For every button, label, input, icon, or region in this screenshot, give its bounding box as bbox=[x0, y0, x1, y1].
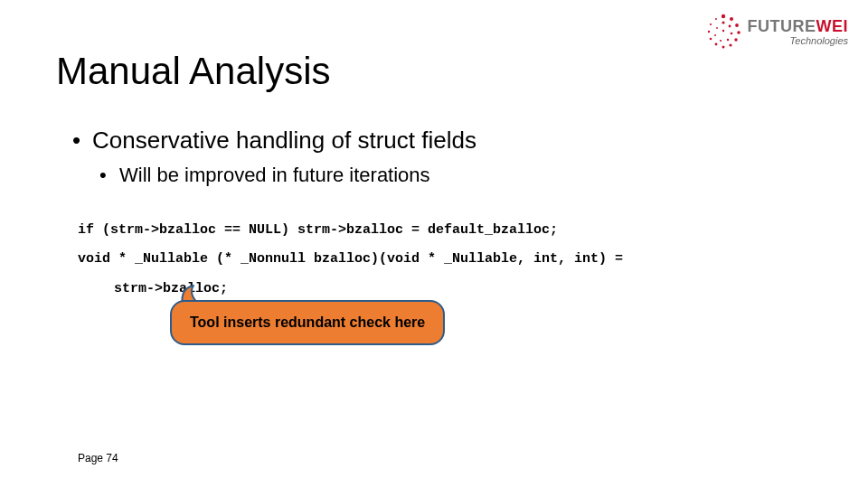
code-line: if (strm->bzalloc == NULL) strm->bzalloc… bbox=[78, 221, 623, 239]
callout-text: Tool inserts redundant check here bbox=[170, 300, 445, 345]
code-line: void * _Nullable (* _Nonnull bzalloc)(vo… bbox=[78, 250, 623, 268]
logo-word-2: WEI bbox=[816, 17, 849, 35]
svg-point-0 bbox=[721, 14, 724, 18]
page-title: Manual Analysis bbox=[56, 50, 331, 93]
svg-point-6 bbox=[722, 46, 724, 49]
bullet-level-1: Conservative handling of struct fields bbox=[72, 127, 476, 155]
logo-word-1: FUTURE bbox=[748, 17, 816, 35]
page-number: Page 74 bbox=[78, 452, 118, 465]
svg-point-19 bbox=[722, 30, 723, 32]
svg-point-10 bbox=[709, 23, 711, 25]
svg-point-15 bbox=[726, 39, 728, 41]
svg-point-4 bbox=[734, 38, 737, 41]
svg-point-3 bbox=[737, 31, 741, 34]
svg-point-9 bbox=[707, 31, 709, 33]
code-block: if (strm->bzalloc == NULL) strm->bzalloc… bbox=[78, 221, 623, 309]
logo-mark-icon bbox=[704, 13, 742, 51]
bullet-list: Conservative handling of struct fields W… bbox=[72, 127, 476, 187]
logo-subtitle: Technologies bbox=[748, 36, 849, 46]
svg-point-17 bbox=[714, 34, 716, 36]
svg-point-18 bbox=[716, 27, 718, 29]
svg-point-12 bbox=[722, 21, 724, 23]
bullet-level-2: Will be improved in future iterations bbox=[99, 164, 476, 187]
slide: FUTUREWEI Technologies Manual Analysis C… bbox=[0, 0, 868, 488]
logo-text: FUTUREWEI Technologies bbox=[748, 18, 849, 46]
svg-point-2 bbox=[735, 23, 739, 27]
svg-point-1 bbox=[730, 17, 733, 21]
svg-point-14 bbox=[730, 33, 732, 35]
svg-point-16 bbox=[719, 40, 721, 42]
svg-point-8 bbox=[709, 38, 712, 41]
callout: Tool inserts redundant check here bbox=[170, 300, 445, 345]
svg-point-7 bbox=[714, 43, 717, 46]
svg-point-13 bbox=[728, 25, 731, 28]
svg-point-5 bbox=[729, 43, 731, 46]
svg-point-11 bbox=[715, 18, 717, 20]
brand-logo: FUTUREWEI Technologies bbox=[704, 13, 849, 51]
